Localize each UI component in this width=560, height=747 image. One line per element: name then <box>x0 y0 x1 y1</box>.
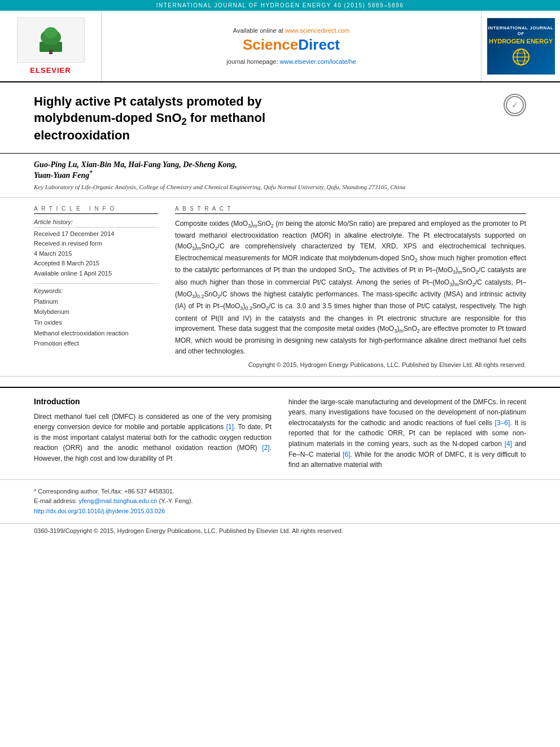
accepted-date: Accepted 8 March 2015 <box>34 259 158 269</box>
citation-6[interactable]: [6] <box>343 451 350 458</box>
cover-globe-icon <box>510 47 532 67</box>
svg-rect-3 <box>49 50 53 54</box>
citation-4[interactable]: [4] <box>505 440 512 448</box>
journal-banner-text: International Journal of Hydrogen Energy… <box>156 2 404 8</box>
abstract-col: A B S T R A C T Composite oxides (MoO3)m… <box>175 206 526 368</box>
abstract-header: A B S T R A C T <box>175 206 526 214</box>
introduction-right-text: hinder the large-scale manufacturing and… <box>288 397 526 470</box>
available-online-text: Available online at www.sciencedirect.co… <box>233 27 349 34</box>
footer-copyright: 0360-3199/Copyright © 2015, Hydrogen Ene… <box>0 523 560 538</box>
available-date: Available online 1 April 2015 <box>34 269 158 279</box>
citation-2[interactable]: [2] <box>262 444 269 452</box>
body-section: Introduction Direct methanol fuel cell (… <box>0 377 560 538</box>
authors-list: Guo-Ping Lu, Xian-Bin Ma, Hai-Fang Yang,… <box>34 160 526 180</box>
introduction-left-text: Direct methanol fuel cell (DMFC) is cons… <box>34 412 272 464</box>
title-section: Highly active Pt catalysts promoted by m… <box>0 82 560 154</box>
science-direct-center: Available online at www.sciencedirect.co… <box>102 11 481 81</box>
header-area: ELSEVIER Available online at www.science… <box>0 11 560 82</box>
introduction-col: Introduction Direct methanol fuel cell (… <box>34 388 272 470</box>
citation-3-6[interactable]: [3–6] <box>495 419 510 427</box>
revised-date: Received in revised form4 March 2015 <box>34 239 158 259</box>
article-info-col: A R T I C L E I N F O Article history: R… <box>34 206 158 368</box>
keyword-promotion: Promotion effect <box>34 338 158 349</box>
cover-title: International Journal of <box>487 25 555 36</box>
keyword-tin-oxides: Tin oxides <box>34 317 158 328</box>
journal-cover-area: International Journal of HYDROGEN ENERGY <box>481 11 560 81</box>
abstract-text: Composite oxides (MoO3)mSnO2 (m being th… <box>175 219 526 357</box>
article-title: Highly active Pt catalysts promoted by m… <box>34 94 428 144</box>
article-history-group: Article history: Received 17 December 20… <box>34 219 158 279</box>
journal-homepage: journal homepage: www.elsevier.com/locat… <box>226 58 356 65</box>
svg-text:✓: ✓ <box>511 101 518 110</box>
abstract-copyright: Copyright © 2015, Hydrogen Energy Public… <box>175 361 526 368</box>
introduction-heading: Introduction <box>34 397 272 406</box>
citation-1[interactable]: [1] <box>226 423 234 431</box>
article-info-abstract-section: A R T I C L E I N F O Article history: R… <box>0 198 560 377</box>
keyword-platinum: Platinum <box>34 296 158 307</box>
doi-url[interactable]: http://dx.doi.org/10.1016/j.ijhydene.201… <box>34 508 165 514</box>
doi-link: http://dx.doi.org/10.1016/j.ijhydene.201… <box>34 506 526 517</box>
footnote-area: * Corresponding author. Tel./fax: +86 53… <box>0 479 560 523</box>
two-col-body: Introduction Direct methanol fuel cell (… <box>0 387 560 470</box>
received-date: Received 17 December 2014 <box>34 229 158 239</box>
crossmark-icon[interactable]: ✓ <box>504 94 526 116</box>
keyword-molybdenum: Molybdenum <box>34 307 158 317</box>
journal-cover-box: International Journal of HYDROGEN ENERGY <box>487 18 555 75</box>
elsevier-logo-text: ELSEVIER <box>30 66 71 75</box>
article-info-header: A R T I C L E I N F O <box>34 206 158 214</box>
elsevier-tree-icon <box>34 25 68 56</box>
keyword-methanol: Methanol electrooxidation reaction <box>34 328 158 339</box>
corresponding-author-note: * Corresponding author. Tel./fax: +86 53… <box>34 487 526 497</box>
email-note: E-mail address: yfeng@mail.tsinghua.edu.… <box>34 496 526 506</box>
keywords-label: Keywords: <box>34 283 158 294</box>
svg-point-2 <box>44 27 58 38</box>
authors-section: Guo-Ping Lu, Xian-Bin Ma, Hai-Fang Yang,… <box>0 154 560 198</box>
elsevier-logo-box <box>17 18 85 63</box>
sciencedirect-logo-text: ScienceDirect <box>243 36 340 54</box>
elsevier-logo-area: ELSEVIER <box>0 11 102 81</box>
affiliation-text: Key Laboratory of Life-Organic Analysis,… <box>34 184 526 190</box>
email-link[interactable]: yfeng@mail.tsinghua.edu.cn <box>78 497 157 504</box>
journal-homepage-url[interactable]: www.elsevier.com/locate/he <box>280 58 356 65</box>
article-history-label: Article history: <box>34 219 158 228</box>
cover-subtitle: HYDROGEN ENERGY <box>489 38 553 45</box>
introduction-right-col: hinder the large-scale manufacturing and… <box>288 388 526 470</box>
sciencedirect-url[interactable]: www.sciencedirect.com <box>285 27 349 34</box>
journal-banner: International Journal of Hydrogen Energy… <box>0 0 560 11</box>
